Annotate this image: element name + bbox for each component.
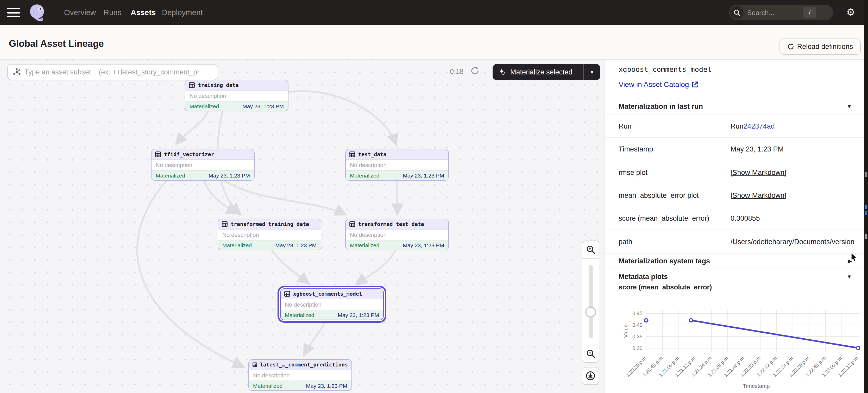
reload-definitions-button[interactable]: Reload definitions xyxy=(779,38,861,55)
run-id-link[interactable]: 242374ad xyxy=(744,122,775,130)
gear-icon[interactable]: ⚙ xyxy=(844,6,857,19)
global-search[interactable]: / xyxy=(729,5,833,20)
dagster-app: Overview Runs Assets Deployment / ⚙ Glob… xyxy=(0,0,868,393)
table-row-score: score (mean_absolute_error) 0.300855 xyxy=(605,207,864,230)
table-row-run: Run Run 242374ad xyxy=(605,115,864,138)
section-materialization-last-run[interactable]: Materialization in last run ▼ xyxy=(605,98,864,114)
menu-icon[interactable] xyxy=(7,8,20,17)
row-label: score (mean_absolute_error) xyxy=(605,207,722,230)
asset-description: No description xyxy=(346,230,448,240)
view-in-asset-catalog-link[interactable]: View in Asset Catalog xyxy=(619,80,698,89)
asset-filter-field[interactable] xyxy=(7,64,218,80)
asset-description: No description xyxy=(218,230,321,240)
asset-status: Materialized xyxy=(156,172,185,178)
asset-description: No description xyxy=(346,160,448,170)
search-shortcut-key: / xyxy=(803,7,816,18)
external-link-icon xyxy=(691,81,698,88)
catalog-link-label: View in Asset Catalog xyxy=(619,80,689,89)
mouse-cursor xyxy=(851,253,858,262)
materialize-selected-label: Materialize selected xyxy=(510,68,572,76)
asset-name: transformed_test_data xyxy=(358,221,424,227)
asset-name: training_data xyxy=(198,82,239,88)
row-value: May 23, 1:23 PM xyxy=(722,138,864,161)
svg-text:0.30: 0.30 xyxy=(632,346,643,351)
materialize-selected-button[interactable]: Materialize selected ▼ xyxy=(493,64,600,80)
metadata-plot-title: score (mean_absolute_error) xyxy=(619,283,712,291)
search-input[interactable] xyxy=(747,9,803,17)
asset-node-transformed-training-data[interactable]: transformed_training_data No description… xyxy=(218,219,321,250)
zoom-slider-track xyxy=(589,265,593,338)
section-metadata-plots[interactable]: Metadata plots ▼ xyxy=(605,269,864,284)
asset-node-training-data[interactable]: training_data No description Materialize… xyxy=(185,79,288,111)
chevron-down-icon: ▼ xyxy=(847,273,852,279)
asset-status: Materialized xyxy=(285,312,314,318)
row-label: Timestamp xyxy=(605,138,722,161)
asset-name: transformed_training_data xyxy=(231,221,309,227)
asset-graph-canvas[interactable]: 0:18 Materialize selected ▼ training_dat… xyxy=(0,60,605,393)
svg-text:0.35: 0.35 xyxy=(632,334,643,339)
section-label: Metadata plots xyxy=(619,272,668,280)
asset-name: xgboost_comments_model xyxy=(293,291,362,297)
download-icon xyxy=(586,371,595,381)
zoom-out-icon xyxy=(586,349,595,358)
path-link[interactable]: /Users/odetteharary/Documents/version xyxy=(731,238,855,245)
asset-timestamp[interactable]: May 23, 1:23 PM xyxy=(403,242,444,248)
download-graph-button[interactable] xyxy=(582,367,599,385)
zoom-in-icon xyxy=(586,245,595,254)
svg-text:0.40: 0.40 xyxy=(632,322,643,328)
page-title: Global Asset Lineage xyxy=(9,38,104,50)
asset-node-latest-comment-predictions[interactable]: latest_…_comment_predictions No descript… xyxy=(248,359,352,391)
asset-timestamp[interactable]: May 23, 1:23 PM xyxy=(275,242,317,248)
nav-item-overview[interactable]: Overview xyxy=(64,8,96,17)
graph-refresh-icon[interactable] xyxy=(470,66,479,75)
show-markdown-link[interactable]: [Show Markdown] xyxy=(731,168,786,176)
table-icon xyxy=(189,82,195,88)
asset-name: latest_…_comment_predictions xyxy=(260,362,348,367)
zoom-controls xyxy=(582,240,599,363)
asset-node-transformed-test-data[interactable]: transformed_test_data No description Mat… xyxy=(345,219,449,250)
table-row-rmse-plot: rmse plot [Show Markdown] xyxy=(605,161,864,184)
svg-text:Timestamp: Timestamp xyxy=(743,383,770,389)
row-label: mean_absolute_error plot xyxy=(605,184,722,207)
asset-status: Materialized xyxy=(189,103,219,109)
nav-item-deployment[interactable]: Deployment xyxy=(162,8,203,17)
asset-node-tfidf-vectorizer[interactable]: tfidf_vectorizer No description Material… xyxy=(151,149,255,181)
nav-item-runs[interactable]: Runs xyxy=(104,8,122,17)
zoom-in-button[interactable] xyxy=(582,241,599,258)
refresh-icon xyxy=(787,43,794,50)
asset-description: No description xyxy=(281,299,383,310)
asset-name: tfidf_vectorizer xyxy=(164,152,214,157)
asset-timestamp[interactable]: May 23, 1:23 PM xyxy=(403,172,444,178)
materialize-dropdown-caret[interactable]: ▼ xyxy=(584,69,600,75)
asset-filter-input[interactable] xyxy=(25,68,218,76)
score-line-chart: 0.450.400.350.301:20:36 p.m.1:20:48 p.m.… xyxy=(621,298,864,393)
asset-timestamp[interactable]: May 23, 1:23 PM xyxy=(306,383,347,389)
chevron-down-icon: ▼ xyxy=(847,104,852,109)
asset-timestamp[interactable]: May 23, 1:23 PM xyxy=(242,103,284,109)
zoom-slider[interactable] xyxy=(582,258,599,345)
row-label: Run xyxy=(605,115,722,138)
row-value: 0.300855 xyxy=(722,207,864,230)
asset-status: Materialized xyxy=(253,383,282,389)
show-markdown-link[interactable]: [Show Markdown] xyxy=(731,192,786,199)
page-header xyxy=(0,25,868,60)
table-icon xyxy=(349,221,355,227)
top-nav: Overview Runs Assets Deployment / ⚙ xyxy=(0,0,868,25)
asset-timestamp[interactable]: May 23, 1:23 PM xyxy=(209,172,250,178)
asset-node-test-data[interactable]: test_data No description MaterializedMay… xyxy=(345,149,449,181)
zoom-out-button[interactable] xyxy=(582,345,599,362)
table-row-mae-plot: mean_absolute_error plot [Show Markdown] xyxy=(605,184,864,207)
asset-description: No description xyxy=(185,91,288,101)
section-label: Materialization system tags xyxy=(619,257,710,265)
dagster-logo[interactable] xyxy=(27,3,47,22)
screen-edge-strip xyxy=(864,0,868,393)
table-icon xyxy=(284,291,290,297)
asset-timestamp[interactable]: May 23, 1:23 PM xyxy=(338,312,379,318)
svg-text:Value: Value xyxy=(622,324,628,338)
section-materialization-system-tags[interactable]: Materialization system tags ▶ xyxy=(605,253,864,269)
zoom-slider-handle[interactable] xyxy=(585,306,596,318)
nav-item-assets[interactable]: Assets xyxy=(131,8,156,17)
table-icon xyxy=(222,221,227,227)
asset-status: Materialized xyxy=(350,242,379,248)
asset-node-xgboost-comments-model[interactable]: xgboost_comments_model No description Ma… xyxy=(280,288,384,320)
